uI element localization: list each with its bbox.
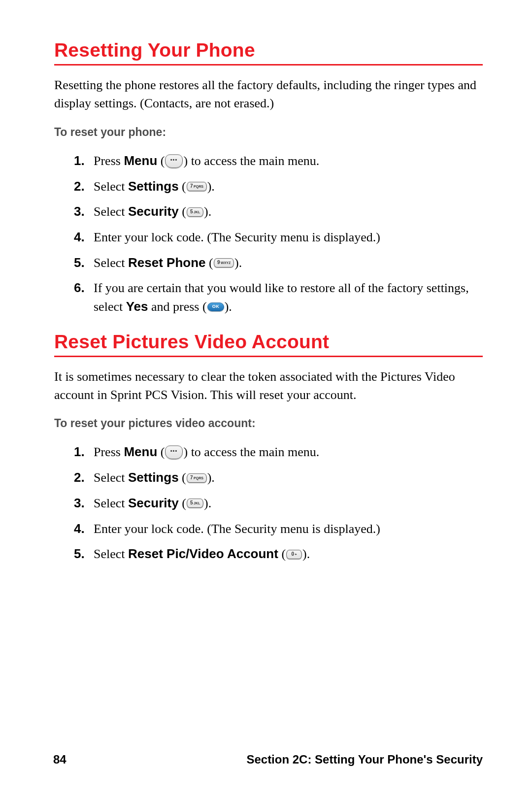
step-mid: and press ( — [148, 299, 207, 314]
step-text: Select — [94, 204, 128, 219]
menu-key-icon — [165, 154, 183, 168]
step-text: Select — [94, 547, 128, 561]
heading-rule — [54, 64, 483, 66]
step-text: Enter your lock code. (The Security menu… — [94, 522, 380, 536]
step-bold: Reset Phone — [128, 255, 206, 270]
step-bold: Menu — [124, 153, 157, 168]
step-bold: Settings — [128, 470, 179, 485]
key-5-icon: 5JKL — [187, 207, 204, 217]
intro-reset-phone: Resetting the phone restores all the fac… — [54, 76, 483, 113]
step-5: Select Reset Pic/Video Account (0+). — [74, 545, 483, 564]
step-bold: Security — [128, 204, 179, 219]
step-bold: Settings — [128, 179, 179, 194]
paren-open: ( — [179, 179, 186, 194]
key-0-icon: 0+ — [286, 550, 302, 559]
heading-reset-picvid: Reset Pictures Video Account — [54, 331, 483, 353]
paren-open: ( — [157, 154, 165, 168]
step-text: Press — [94, 154, 124, 168]
paren-close-period: ). — [204, 496, 211, 510]
footer-section: Section 2C: Setting Your Phone's Securit… — [246, 753, 483, 766]
paren-open: ( — [278, 547, 286, 561]
step-text-after: to access the main menu. — [188, 154, 319, 168]
paren-open: ( — [157, 445, 165, 459]
heading-rule — [54, 356, 483, 357]
paren-close-period: ). — [234, 256, 242, 270]
step-bold: Yes — [126, 299, 148, 314]
step-text: Select — [94, 470, 128, 485]
step-1: Press Menu () to access the main menu. — [74, 443, 483, 462]
step-bold: Menu — [124, 444, 157, 459]
paren-open: ( — [179, 204, 186, 219]
paren-close-period: ). — [225, 299, 232, 314]
step-bold: Security — [128, 496, 179, 510]
steps-reset-picvid: Press Menu () to access the main menu. S… — [54, 443, 483, 563]
step-2: Select Settings (7PQRS). — [74, 468, 483, 487]
key-7-icon: 7PQRS — [186, 182, 207, 191]
step-5: Select Reset Phone (9WXYZ). — [74, 254, 483, 272]
step-bold: Reset Pic/Video Account — [128, 546, 278, 561]
key-5-icon: 5JKL — [187, 499, 204, 508]
step-3: Select Security (5JKL). — [74, 202, 483, 221]
steps-reset-phone: Press Menu () to access the main menu. S… — [54, 152, 483, 316]
menu-key-icon — [165, 446, 183, 460]
step-text: Select — [94, 179, 128, 194]
step-text: Select — [94, 256, 128, 270]
paren-close-period: ). — [204, 204, 211, 219]
step-text: Press — [94, 445, 124, 459]
paren-close: ) — [183, 445, 188, 459]
paren-close-period: ). — [302, 547, 310, 561]
step-2: Select Settings (7PQRS). — [74, 177, 483, 196]
paren-close: ) — [183, 154, 188, 168]
paren-open: ( — [179, 470, 186, 485]
step-4: Enter your lock code. (The Security menu… — [74, 520, 483, 538]
intro-reset-picvid: It is sometimes necessary to clear the t… — [54, 368, 483, 404]
step-text: Enter your lock code. (The Security menu… — [94, 230, 380, 244]
page-number: 84 — [53, 753, 66, 766]
page-footer: 84 Section 2C: Setting Your Phone's Secu… — [0, 753, 532, 766]
key-7-icon: 7PQRS — [186, 473, 207, 483]
step-6: If you are certain that you would like t… — [74, 279, 483, 316]
step-3: Select Security (5JKL). — [74, 494, 483, 513]
key-9-icon: 9WXYZ — [213, 258, 234, 267]
paren-open: ( — [179, 496, 186, 510]
heading-reset-phone: Resetting Your Phone — [54, 39, 483, 61]
step-text-after: to access the main menu. — [188, 445, 319, 459]
subhead-reset-phone: To reset your phone: — [54, 126, 483, 139]
paren-open: ( — [206, 256, 213, 270]
ok-key-icon: OK — [207, 302, 224, 311]
paren-close-period: ). — [207, 470, 215, 485]
step-4: Enter your lock code. (The Security menu… — [74, 228, 483, 247]
step-1: Press Menu () to access the main menu. — [74, 152, 483, 170]
step-text: Select — [94, 496, 128, 510]
paren-close-period: ). — [207, 179, 215, 194]
subhead-reset-picvid: To reset your pictures video account: — [54, 417, 483, 430]
